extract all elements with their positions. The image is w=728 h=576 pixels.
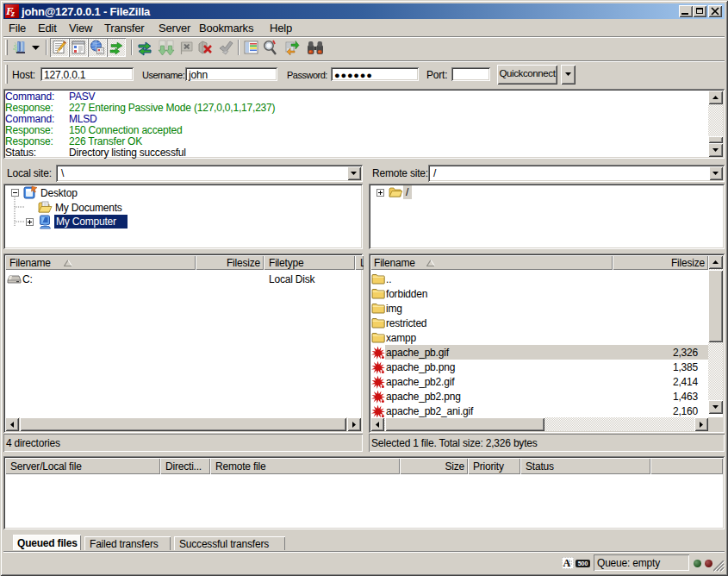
svg-text:z: z — [10, 9, 15, 18]
